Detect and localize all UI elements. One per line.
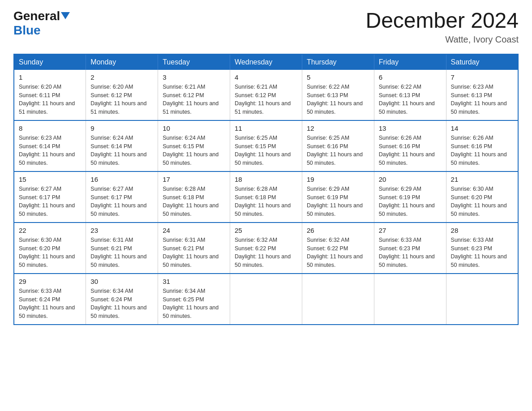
calendar-header-sunday: Sunday bbox=[14, 54, 86, 70]
calendar-week-row: 1 Sunrise: 6:20 AMSunset: 6:11 PMDayligh… bbox=[14, 70, 518, 120]
day-info: Sunrise: 6:21 AMSunset: 6:12 PMDaylight:… bbox=[163, 83, 225, 116]
calendar-cell: 23 Sunrise: 6:31 AMSunset: 6:21 PMDaylig… bbox=[86, 223, 158, 274]
day-number: 7 bbox=[451, 73, 513, 81]
calendar-cell: 18 Sunrise: 6:28 AMSunset: 6:18 PMDaylig… bbox=[230, 171, 302, 223]
day-number: 4 bbox=[235, 73, 297, 81]
day-number: 12 bbox=[307, 124, 369, 132]
calendar-cell: 22 Sunrise: 6:30 AMSunset: 6:20 PMDaylig… bbox=[14, 223, 86, 274]
day-number: 26 bbox=[307, 227, 369, 234]
calendar-cell: 3 Sunrise: 6:21 AMSunset: 6:12 PMDayligh… bbox=[158, 70, 230, 120]
location-subtitle: Watte, Ivory Coast bbox=[365, 34, 519, 45]
calendar-cell: 11 Sunrise: 6:25 AMSunset: 6:15 PMDaylig… bbox=[230, 120, 302, 171]
day-info: Sunrise: 6:34 AMSunset: 6:25 PMDaylight:… bbox=[163, 287, 225, 321]
logo: General Blue bbox=[13, 9, 70, 38]
day-info: Sunrise: 6:30 AMSunset: 6:20 PMDaylight:… bbox=[19, 236, 81, 270]
day-info: Sunrise: 6:25 AMSunset: 6:15 PMDaylight:… bbox=[235, 134, 297, 167]
calendar-cell: 5 Sunrise: 6:22 AMSunset: 6:13 PMDayligh… bbox=[302, 70, 374, 120]
calendar-header-thursday: Thursday bbox=[302, 54, 374, 70]
day-number: 20 bbox=[379, 176, 442, 183]
calendar-cell: 30 Sunrise: 6:34 AMSunset: 6:24 PMDaylig… bbox=[86, 274, 158, 325]
day-number: 19 bbox=[307, 176, 369, 183]
svg-marker-0 bbox=[61, 12, 70, 19]
day-info: Sunrise: 6:21 AMSunset: 6:12 PMDaylight:… bbox=[235, 83, 297, 116]
calendar-cell: 31 Sunrise: 6:34 AMSunset: 6:25 PMDaylig… bbox=[158, 274, 230, 325]
calendar-cell bbox=[302, 274, 374, 325]
calendar-cell: 28 Sunrise: 6:33 AMSunset: 6:23 PMDaylig… bbox=[446, 223, 518, 274]
day-info: Sunrise: 6:25 AMSunset: 6:16 PMDaylight:… bbox=[307, 134, 369, 167]
day-number: 9 bbox=[90, 124, 153, 132]
day-number: 10 bbox=[163, 124, 225, 132]
day-info: Sunrise: 6:33 AMSunset: 6:23 PMDaylight:… bbox=[451, 236, 513, 270]
title-block: December 2024 Watte, Ivory Coast bbox=[365, 9, 519, 45]
calendar-cell: 20 Sunrise: 6:29 AMSunset: 6:19 PMDaylig… bbox=[374, 171, 446, 223]
calendar-cell: 24 Sunrise: 6:31 AMSunset: 6:21 PMDaylig… bbox=[158, 223, 230, 274]
day-info: Sunrise: 6:24 AMSunset: 6:15 PMDaylight:… bbox=[163, 134, 225, 167]
day-info: Sunrise: 6:31 AMSunset: 6:21 PMDaylight:… bbox=[163, 236, 225, 270]
day-info: Sunrise: 6:20 AMSunset: 6:11 PMDaylight:… bbox=[19, 83, 81, 116]
calendar-cell bbox=[374, 274, 446, 325]
day-info: Sunrise: 6:20 AMSunset: 6:12 PMDaylight:… bbox=[90, 83, 153, 116]
calendar-cell: 2 Sunrise: 6:20 AMSunset: 6:12 PMDayligh… bbox=[86, 70, 158, 120]
calendar-week-row: 15 Sunrise: 6:27 AMSunset: 6:17 PMDaylig… bbox=[14, 171, 518, 223]
day-info: Sunrise: 6:23 AMSunset: 6:13 PMDaylight:… bbox=[451, 83, 513, 116]
calendar-week-row: 8 Sunrise: 6:23 AMSunset: 6:14 PMDayligh… bbox=[14, 120, 518, 171]
calendar-cell: 19 Sunrise: 6:29 AMSunset: 6:19 PMDaylig… bbox=[302, 171, 374, 223]
day-number: 11 bbox=[235, 124, 297, 132]
day-info: Sunrise: 6:31 AMSunset: 6:21 PMDaylight:… bbox=[90, 236, 153, 270]
calendar-cell: 29 Sunrise: 6:33 AMSunset: 6:24 PMDaylig… bbox=[14, 274, 86, 325]
day-info: Sunrise: 6:23 AMSunset: 6:14 PMDaylight:… bbox=[19, 134, 81, 167]
calendar-cell: 17 Sunrise: 6:28 AMSunset: 6:18 PMDaylig… bbox=[158, 171, 230, 223]
day-info: Sunrise: 6:27 AMSunset: 6:17 PMDaylight:… bbox=[19, 185, 81, 218]
day-info: Sunrise: 6:30 AMSunset: 6:20 PMDaylight:… bbox=[451, 185, 513, 218]
day-number: 14 bbox=[451, 124, 513, 132]
day-info: Sunrise: 6:22 AMSunset: 6:13 PMDaylight:… bbox=[307, 83, 369, 116]
calendar-cell: 6 Sunrise: 6:22 AMSunset: 6:13 PMDayligh… bbox=[374, 70, 446, 120]
day-info: Sunrise: 6:29 AMSunset: 6:19 PMDaylight:… bbox=[307, 185, 369, 218]
calendar-cell: 12 Sunrise: 6:25 AMSunset: 6:16 PMDaylig… bbox=[302, 120, 374, 171]
day-number: 24 bbox=[163, 227, 225, 234]
calendar-header-tuesday: Tuesday bbox=[158, 54, 230, 70]
day-info: Sunrise: 6:32 AMSunset: 6:22 PMDaylight:… bbox=[235, 236, 297, 270]
calendar-header-wednesday: Wednesday bbox=[230, 54, 302, 70]
day-info: Sunrise: 6:26 AMSunset: 6:16 PMDaylight:… bbox=[379, 134, 442, 167]
day-info: Sunrise: 6:26 AMSunset: 6:16 PMDaylight:… bbox=[451, 134, 513, 167]
day-number: 27 bbox=[379, 227, 442, 234]
calendar-cell: 27 Sunrise: 6:33 AMSunset: 6:23 PMDaylig… bbox=[374, 223, 446, 274]
page-header: General Blue December 2024 Watte, Ivory … bbox=[13, 9, 519, 45]
calendar-cell: 21 Sunrise: 6:30 AMSunset: 6:20 PMDaylig… bbox=[446, 171, 518, 223]
day-number: 30 bbox=[90, 278, 153, 285]
day-number: 21 bbox=[451, 176, 513, 183]
calendar-cell: 16 Sunrise: 6:27 AMSunset: 6:17 PMDaylig… bbox=[86, 171, 158, 223]
day-number: 29 bbox=[19, 278, 81, 285]
day-number: 25 bbox=[235, 227, 297, 234]
calendar-week-row: 29 Sunrise: 6:33 AMSunset: 6:24 PMDaylig… bbox=[14, 274, 518, 325]
logo-general-text: General bbox=[13, 9, 60, 23]
calendar-header-monday: Monday bbox=[86, 54, 158, 70]
day-number: 5 bbox=[307, 73, 369, 81]
calendar-cell: 13 Sunrise: 6:26 AMSunset: 6:16 PMDaylig… bbox=[374, 120, 446, 171]
calendar-cell: 26 Sunrise: 6:32 AMSunset: 6:22 PMDaylig… bbox=[302, 223, 374, 274]
calendar-cell: 1 Sunrise: 6:20 AMSunset: 6:11 PMDayligh… bbox=[14, 70, 86, 120]
calendar-cell: 7 Sunrise: 6:23 AMSunset: 6:13 PMDayligh… bbox=[446, 70, 518, 120]
calendar-cell: 15 Sunrise: 6:27 AMSunset: 6:17 PMDaylig… bbox=[14, 171, 86, 223]
day-info: Sunrise: 6:28 AMSunset: 6:18 PMDaylight:… bbox=[235, 185, 297, 218]
calendar-cell: 25 Sunrise: 6:32 AMSunset: 6:22 PMDaylig… bbox=[230, 223, 302, 274]
day-info: Sunrise: 6:34 AMSunset: 6:24 PMDaylight:… bbox=[90, 287, 153, 321]
calendar-cell: 14 Sunrise: 6:26 AMSunset: 6:16 PMDaylig… bbox=[446, 120, 518, 171]
day-number: 2 bbox=[90, 73, 153, 81]
day-number: 31 bbox=[163, 278, 225, 285]
day-number: 17 bbox=[163, 176, 225, 183]
month-title: December 2024 bbox=[365, 9, 519, 33]
day-info: Sunrise: 6:28 AMSunset: 6:18 PMDaylight:… bbox=[163, 185, 225, 218]
day-info: Sunrise: 6:27 AMSunset: 6:17 PMDaylight:… bbox=[90, 185, 153, 218]
calendar-cell: 4 Sunrise: 6:21 AMSunset: 6:12 PMDayligh… bbox=[230, 70, 302, 120]
day-info: Sunrise: 6:33 AMSunset: 6:24 PMDaylight:… bbox=[19, 287, 81, 321]
day-number: 16 bbox=[90, 176, 153, 183]
calendar-header-saturday: Saturday bbox=[446, 54, 518, 70]
calendar-cell: 9 Sunrise: 6:24 AMSunset: 6:14 PMDayligh… bbox=[86, 120, 158, 171]
logo-blue-text: Blue bbox=[13, 23, 41, 37]
day-number: 28 bbox=[451, 227, 513, 234]
logo-arrow-icon bbox=[61, 12, 70, 21]
calendar-cell: 8 Sunrise: 6:23 AMSunset: 6:14 PMDayligh… bbox=[14, 120, 86, 171]
calendar-cell: 10 Sunrise: 6:24 AMSunset: 6:15 PMDaylig… bbox=[158, 120, 230, 171]
